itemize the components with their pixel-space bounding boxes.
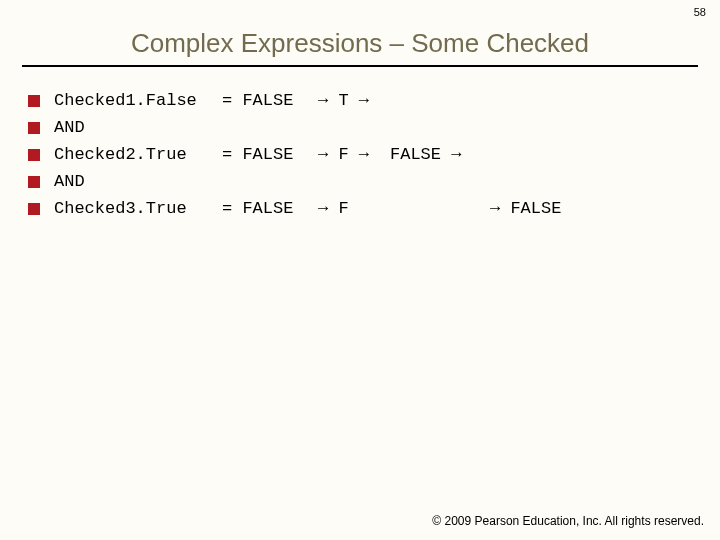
expr-eq: = FALSE: [222, 91, 318, 110]
slide-title: Complex Expressions – Some Checked: [0, 28, 720, 59]
expr-left: Checked1.False: [54, 91, 222, 110]
list-item: Checked2.True = FALSE → F → FALSE →: [28, 145, 692, 164]
expr-eq: = FALSE: [222, 199, 318, 218]
expr-left: Checked3.True: [54, 199, 222, 218]
expr-arrow: → T →: [318, 91, 390, 110]
expr-res: FALSE →: [390, 145, 490, 164]
bullet-icon: [28, 149, 40, 161]
content-area: Checked1.False = FALSE → T → AND Checked…: [0, 91, 720, 218]
copyright-footer: © 2009 Pearson Education, Inc. All right…: [432, 514, 704, 528]
expr-left: AND: [54, 172, 222, 191]
list-item: AND: [28, 118, 692, 137]
expr-arrow: → F →: [318, 145, 390, 164]
expr-left: AND: [54, 118, 222, 137]
bullet-icon: [28, 176, 40, 188]
bullet-icon: [28, 203, 40, 215]
list-item: Checked3.True = FALSE → F → FALSE: [28, 199, 692, 218]
bullet-icon: [28, 95, 40, 107]
expr-arrow: → F: [318, 199, 390, 218]
title-underline: [22, 65, 698, 67]
expr-left: Checked2.True: [54, 145, 222, 164]
list-item: AND: [28, 172, 692, 191]
page-number: 58: [694, 6, 706, 18]
expr-final: → FALSE: [490, 199, 561, 218]
bullet-icon: [28, 122, 40, 134]
list-item: Checked1.False = FALSE → T →: [28, 91, 692, 110]
expr-eq: = FALSE: [222, 145, 318, 164]
